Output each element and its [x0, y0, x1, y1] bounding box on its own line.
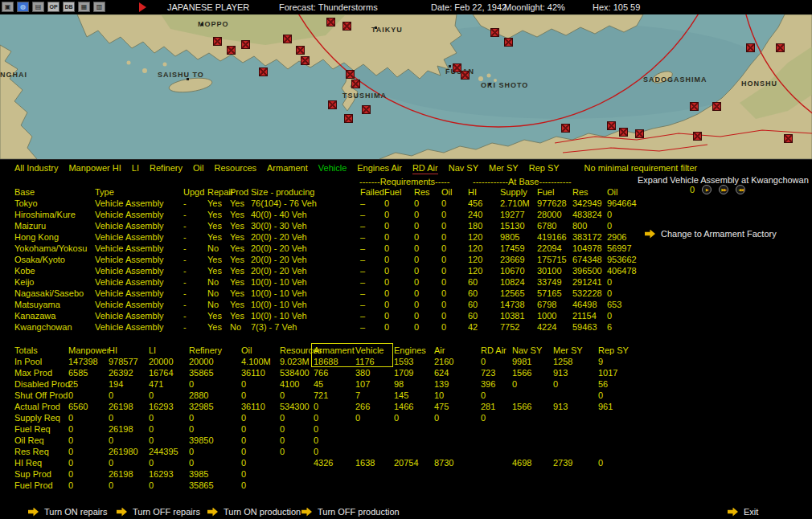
unit-counter-icon[interactable] [259, 67, 268, 76]
unit-counter-icon[interactable] [776, 43, 785, 52]
unit-counter-icon[interactable] [326, 18, 335, 27]
unit-counter-icon[interactable] [301, 56, 310, 65]
base-row-label[interactable]: Maizuru [14, 220, 95, 231]
totals-row: Res Req02619802443950000 [14, 446, 646, 457]
industry-filter-rep-sy[interactable]: Rep SY [529, 163, 560, 174]
unit-counter-icon[interactable] [784, 134, 793, 143]
unit-counter-icon[interactable] [461, 71, 470, 80]
cell: 383172 [572, 231, 607, 243]
unit-counter-icon[interactable] [362, 105, 371, 114]
base-row-label[interactable]: Nagasaki/Sasebo [14, 288, 95, 299]
unit-counter-icon[interactable] [504, 38, 513, 47]
cell: 36110 [241, 401, 280, 412]
unit-counter-icon[interactable] [342, 22, 351, 31]
base-row[interactable]: KwangchowanVehicle Assembly-YesNo7(3) - … [14, 321, 647, 333]
turn-on-repairs-button[interactable]: Turn ON repairs [28, 507, 107, 517]
base-row[interactable]: Osaka/KyotoVehicle Assembly-YesYes20(0) … [14, 254, 647, 265]
base-row-label[interactable]: Hong Kong [14, 231, 95, 243]
unit-counter-icon[interactable] [490, 28, 499, 37]
unit-counter-icon[interactable] [328, 100, 337, 109]
base-row[interactable]: KeijoVehicle Assembly-NoYes10(0) - 10 Ve… [14, 276, 647, 288]
industry-filter-rd-air[interactable]: RD Air [412, 163, 438, 174]
base-row[interactable]: KobeVehicle Assembly-YesYes20(0) - 20 Ve… [14, 265, 647, 276]
industry-filter-li[interactable]: LI [132, 163, 139, 174]
unit-counter-icon[interactable] [635, 129, 644, 138]
cell: 0 [68, 457, 109, 468]
turn-on-production-button[interactable]: Turn ON production [207, 507, 301, 517]
unit-counter-icon[interactable] [344, 114, 353, 123]
cell: 266 [355, 401, 394, 412]
expand-increase-button[interactable]: ▶ [702, 185, 712, 194]
globe-icon[interactable]: ◍ [17, 2, 29, 12]
unit-counter-icon[interactable] [227, 46, 236, 55]
db-icon[interactable]: DB [63, 2, 75, 12]
unit-counter-icon[interactable] [296, 46, 305, 55]
industry-filter-all-industry[interactable]: All Industry [14, 163, 58, 174]
change-to-armament-button[interactable]: Change to Armament Factory [645, 229, 777, 239]
industry-filter-vehicle[interactable]: Vehicle [318, 163, 347, 174]
base-row-label[interactable]: Keijo [14, 276, 95, 288]
base-row-label[interactable]: Kobe [14, 265, 95, 276]
turn-off-production-button[interactable]: Turn OFF production [301, 507, 400, 517]
cell: 20(0) - 20 Veh [251, 243, 360, 254]
base-row-label[interactable]: Tokyo [14, 198, 95, 209]
industry-filter-mer-sy[interactable]: Mer SY [489, 163, 519, 174]
base-row[interactable]: Hiroshima/KureVehicle Assembly-YesYes40(… [14, 209, 647, 220]
cell: Yes [207, 254, 230, 265]
base-row[interactable]: KanazawaVehicle Assembly-YesYes10(0) - 1… [14, 310, 647, 321]
base-row-label[interactable]: Kwangchowan [14, 321, 95, 333]
base-row[interactable]: MatsuyamaVehicle Assembly-NoYes10(0) - 1… [14, 299, 647, 310]
expand-decrease-button[interactable]: ◀◀ [736, 185, 745, 194]
cell [553, 390, 598, 401]
base-row[interactable]: Yokohama/YokosuVehicle Assembly-NoYes20(… [14, 243, 647, 254]
cell: No [207, 243, 230, 254]
cell: 7(3) - 7 Veh [251, 321, 360, 333]
cell: Yes [230, 220, 251, 231]
industry-filter-nav-sy[interactable]: Nav SY [449, 163, 478, 174]
cell: 624 [434, 367, 481, 378]
exit-button[interactable]: Exit [728, 507, 758, 517]
unit-counter-icon[interactable] [351, 80, 360, 88]
industry-filter-refinery[interactable]: Refinery [150, 163, 182, 174]
unit-counter-icon[interactable] [690, 102, 699, 111]
report-icon[interactable]: ▤ [32, 2, 44, 12]
chart-icon[interactable]: ▦ [78, 2, 90, 12]
unit-counter-icon[interactable] [607, 121, 616, 130]
industry-filter-armament[interactable]: Armament [267, 163, 308, 174]
base-row-label[interactable]: Hiroshima/Kure [14, 209, 95, 220]
unit-counter-icon[interactable] [746, 43, 755, 52]
industry-filter-resources[interactable]: Resources [214, 163, 256, 174]
industry-filter-no-minimal-requirement-filter[interactable]: No minimal requirement filter [584, 163, 698, 174]
unit-counter-icon[interactable] [346, 70, 355, 79]
unit-counter-icon[interactable] [619, 128, 628, 137]
city-dot [489, 83, 491, 85]
base-row[interactable]: Nagasaki/SaseboVehicle Assembly-NoYes10(… [14, 288, 647, 299]
base-row-label[interactable]: Yokohama/Yokosu [14, 243, 95, 254]
cell: 16764 [149, 367, 189, 378]
unit-counter-icon[interactable] [241, 40, 250, 49]
expand-increase-more-button[interactable]: ▶▶ [719, 185, 728, 194]
turn-off-repairs-button[interactable]: Turn OFF repairs [117, 507, 200, 517]
game-window: ▣◍▤OPDB▦▥ JAPANESE PLAYER Forecast: Thun… [0, 0, 812, 519]
op-icon[interactable]: OP [47, 2, 59, 12]
base-row-label[interactable]: Matsuyama [14, 299, 95, 310]
unit-counter-icon[interactable] [712, 102, 721, 111]
list-icon[interactable]: ▥ [93, 2, 105, 12]
unit-counter-icon[interactable] [693, 132, 702, 141]
unit-counter-icon[interactable] [213, 37, 222, 46]
base-row-label[interactable]: Osaka/Kyoto [14, 254, 95, 265]
disk-icon[interactable]: ▣ [2, 2, 14, 12]
unit-counter-icon[interactable] [561, 124, 570, 133]
map-view[interactable]: MOPPOTAIKYUSAISHU TOFUSANOKI SHOTOTSUSHI… [0, 14, 812, 159]
industry-filter-manpower-hi[interactable]: Manpower HI [68, 163, 121, 174]
cell: 0 [68, 390, 109, 401]
base-row[interactable]: Hong KongVehicle Assembly-YesYes20(0) - … [14, 231, 647, 243]
unit-counter-icon[interactable] [283, 35, 292, 43]
industry-filter-engines-air[interactable]: Engines Air [357, 163, 402, 174]
base-row[interactable]: MaizuruVehicle Assembly-YesYes30(0) - 30… [14, 220, 647, 231]
cell [598, 446, 646, 457]
play-icon[interactable] [139, 2, 146, 12]
industry-filter-oil[interactable]: Oil [193, 163, 203, 174]
base-row-label[interactable]: Kanazawa [14, 310, 95, 321]
base-row[interactable]: TokyoVehicle Assembly-YesYes76(104) - 76… [14, 198, 647, 209]
